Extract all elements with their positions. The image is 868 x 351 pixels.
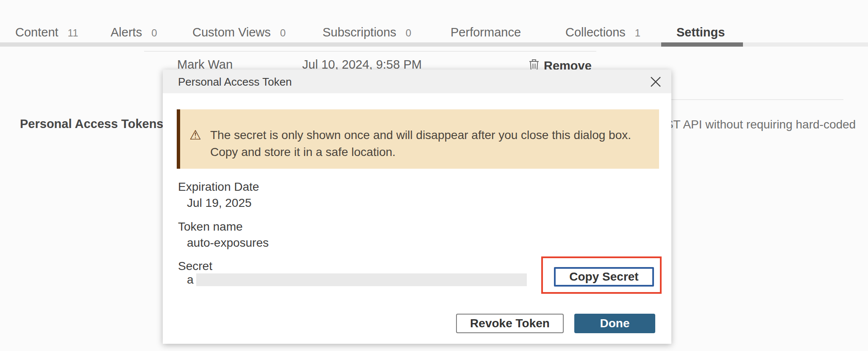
- expiration-date-label: Expiration Date: [178, 180, 259, 194]
- personal-access-token-dialog: Personal Access Token ⚠ The secret is on…: [163, 70, 671, 344]
- section-description: REST API without requiring hard-coded: [649, 118, 856, 131]
- tab-count: 0: [406, 27, 411, 39]
- tab-underline-track: [743, 42, 868, 47]
- section-heading: Personal Access Tokens: [20, 117, 164, 131]
- tab-label: Content: [15, 25, 58, 39]
- tab-count: 11: [68, 27, 78, 39]
- tab-count: 1: [635, 27, 640, 39]
- tab-alerts[interactable]: Alerts 0: [111, 25, 157, 39]
- done-button[interactable]: Done: [574, 314, 655, 333]
- secret-value: a: [187, 273, 194, 287]
- tab-label: Collections: [565, 25, 626, 39]
- tab-label: Subscriptions: [323, 25, 396, 39]
- tab-performance[interactable]: Performance: [451, 25, 521, 39]
- revoke-token-button[interactable]: Revoke Token: [456, 314, 564, 333]
- tab-active-indicator: [661, 42, 743, 47]
- tab-label: Settings: [676, 25, 725, 39]
- tab-content[interactable]: Content 11: [15, 25, 78, 39]
- token-name-value: auto-exposures: [187, 236, 269, 250]
- expiration-date-value: Jul 19, 2025: [187, 196, 252, 210]
- tab-label: Custom Views: [192, 25, 271, 39]
- tab-label: Performance: [451, 25, 521, 39]
- tab-custom-views[interactable]: Custom Views 0: [192, 25, 286, 39]
- dialog-header: Personal Access Token: [163, 70, 671, 93]
- warning-banner: ⚠ The secret is only shown once and will…: [177, 109, 659, 169]
- secret-redacted-bar: [196, 273, 527, 286]
- tab-label: Alerts: [111, 25, 142, 39]
- tab-underline-track: [0, 42, 661, 47]
- table-row-divider: [144, 51, 596, 52]
- close-icon[interactable]: [648, 75, 663, 89]
- tab-subscriptions[interactable]: Subscriptions 0: [323, 25, 411, 39]
- secret-value-row: a: [187, 273, 527, 287]
- warning-text: The secret is only shown once and will d…: [210, 127, 643, 161]
- tab-count: 0: [151, 27, 157, 39]
- warning-icon: ⚠: [189, 128, 201, 142]
- secret-label: Secret: [178, 259, 212, 273]
- copy-secret-button[interactable]: Copy Secret: [554, 267, 654, 287]
- token-name-label: Token name: [178, 220, 243, 234]
- tab-count: 0: [280, 27, 286, 39]
- dialog-title: Personal Access Token: [178, 70, 292, 94]
- settings-page: Content 11 Alerts 0 Custom Views 0 Subsc…: [0, 0, 868, 351]
- tab-settings[interactable]: Settings: [676, 25, 725, 39]
- tab-collections[interactable]: Collections 1: [565, 25, 640, 39]
